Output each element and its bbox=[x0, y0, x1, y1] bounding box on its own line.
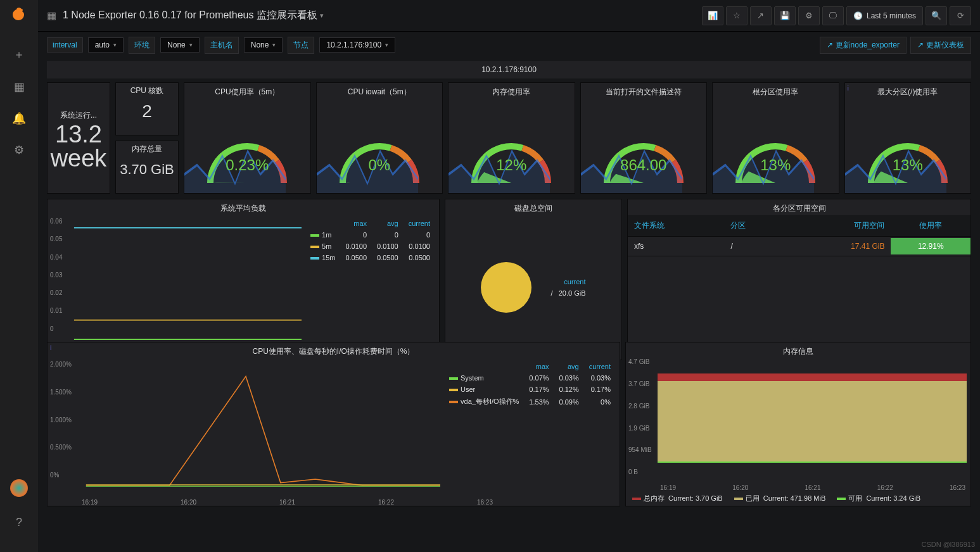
info-icon: i bbox=[50, 344, 51, 351]
variables-row: interval auto▾ 环境 None▾ 主机名 None▾ 节点 10.… bbox=[38, 32, 980, 58]
chevron-down-icon[interactable]: ▾ bbox=[320, 11, 324, 20]
time-picker[interactable]: 🕓Last 5 minutes bbox=[846, 6, 923, 25]
table-row: xfs / 17.41 GiB 12.91% bbox=[628, 237, 970, 256]
var-env-label: 环境 bbox=[129, 37, 155, 54]
uptime-value: 13.2 week bbox=[48, 122, 110, 170]
sidebar: ＋ ▦ 🔔 ⚙ ? bbox=[0, 0, 38, 552]
panel-load: 系统平均负载 0.060.050.040.030.020.010 maxavgc… bbox=[47, 199, 440, 360]
panel-partitions: 各分区可用空间 文件系统分区 可用空间使用率 xfs / 17.41 GiB 1… bbox=[627, 199, 971, 360]
panel-cpuio: i CPU使用率、磁盘每秒的I/O操作耗费时间（%） 2.000%1.500%1… bbox=[47, 342, 620, 506]
save-icon[interactable]: 💾 bbox=[774, 6, 796, 25]
refresh-icon[interactable]: ⟳ bbox=[950, 6, 971, 25]
dashboards-icon[interactable]: ▦ bbox=[14, 80, 25, 94]
var-host-label: 主机名 bbox=[205, 37, 239, 54]
partition-table: 文件系统分区 可用空间使用率 xfs / 17.41 GiB 12.91% bbox=[628, 215, 970, 256]
grafana-logo-icon[interactable] bbox=[11, 6, 27, 25]
var-env-select[interactable]: None▾ bbox=[160, 37, 200, 53]
link-update-exporter[interactable]: ↗更新node_exporter bbox=[820, 37, 907, 54]
pie-chart bbox=[481, 262, 531, 313]
gauge-5: i最大分区(/)使用率13% bbox=[844, 82, 972, 194]
link-update-dashboard[interactable]: ↗更新仪表板 bbox=[910, 37, 971, 54]
share-icon[interactable]: ↗ bbox=[750, 6, 772, 25]
panel-disk: 磁盘总空间 current / 20.0 GiB bbox=[445, 199, 622, 360]
alerting-icon[interactable]: 🔔 bbox=[12, 111, 26, 125]
panel-cores-mem: CPU 核数2 内存总量3.70 GiB bbox=[115, 82, 179, 194]
external-link-icon: ↗ bbox=[827, 41, 833, 49]
gauge-2: 内存使用率12% bbox=[448, 82, 575, 194]
clock-icon: 🕓 bbox=[853, 11, 863, 20]
gauge-3: 当前打开的文件描述符864.00 bbox=[580, 82, 708, 194]
settings-icon[interactable]: ⚙ bbox=[798, 6, 820, 25]
gauge-4: 根分区使用率13% bbox=[712, 82, 839, 194]
info-icon: i bbox=[848, 84, 849, 92]
dashboard-title[interactable]: 1 Node Exporter 0.16 0.17 for Prometheus… bbox=[63, 9, 317, 22]
table-header-row: 文件系统分区 可用空间使用率 bbox=[628, 215, 970, 237]
config-icon[interactable]: ⚙ bbox=[14, 143, 24, 157]
panel-uptime: 系统运行... 13.2 week bbox=[47, 82, 110, 194]
var-node-label: 节点 bbox=[288, 37, 314, 54]
zoom-out-icon[interactable]: 🔍 bbox=[926, 6, 947, 25]
var-interval-select[interactable]: auto▾ bbox=[88, 37, 124, 53]
avatar[interactable] bbox=[10, 479, 28, 497]
dashboard-grid-icon[interactable]: ▦ bbox=[47, 9, 56, 22]
add-panel-icon[interactable]: 📊 bbox=[702, 6, 723, 25]
help-icon[interactable]: ? bbox=[16, 516, 22, 529]
create-icon[interactable]: ＋ bbox=[13, 47, 25, 62]
panel-memory: 内存信息 4.7 GiB3.7 GiB2.8 GiB1.9 GiB954 MiB… bbox=[625, 342, 971, 506]
var-node-select[interactable]: 10.2.1.176:9100▾ bbox=[319, 37, 395, 53]
watermark: CSDN @l386913 bbox=[921, 541, 975, 548]
var-interval-label: interval bbox=[47, 37, 83, 53]
cycle-view-icon[interactable]: 🖵 bbox=[822, 6, 844, 25]
row-header[interactable]: 10.2.1.176:9100 bbox=[47, 61, 971, 78]
gauge-0: CPU使用率（5m）0.23% bbox=[184, 82, 311, 194]
topbar: ▦ 1 Node Exporter 0.16 0.17 for Promethe… bbox=[38, 0, 980, 32]
star-icon[interactable]: ☆ bbox=[726, 6, 748, 25]
gauge-1: CPU iowait（5m）0% bbox=[316, 82, 443, 194]
external-link-icon: ↗ bbox=[917, 41, 924, 49]
var-host-select[interactable]: None▾ bbox=[244, 37, 283, 53]
